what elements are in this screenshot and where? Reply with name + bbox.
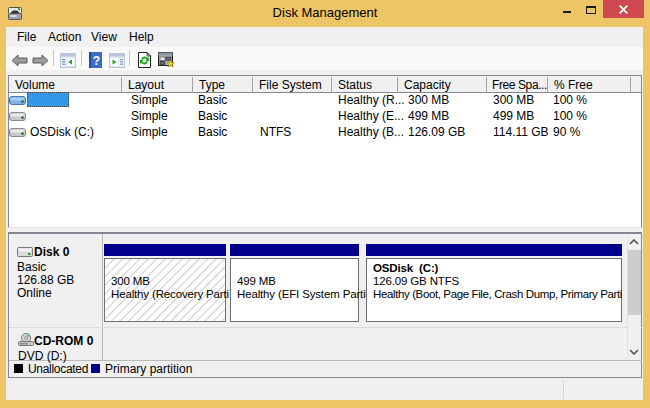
svg-text:?: ? [93, 54, 100, 68]
